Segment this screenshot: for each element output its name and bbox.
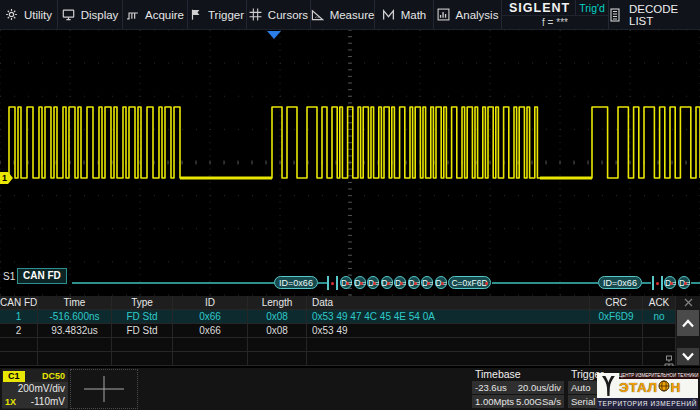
bus-id-bubble[interactable]: ID=0x66 bbox=[598, 276, 642, 289]
bus-source-label: S1 bbox=[3, 271, 15, 282]
bus-data-bubble[interactable]: D= bbox=[664, 276, 676, 289]
table-cell: CRC bbox=[590, 296, 643, 310]
bus-bubble-label: ID=0x66 bbox=[603, 278, 637, 288]
bus-idle-line bbox=[642, 282, 651, 284]
bus-data-bubble[interactable]: D= bbox=[394, 276, 406, 289]
truncated-data-dot bbox=[427, 282, 430, 285]
channel1-row-top: C1 DC50 bbox=[2, 369, 68, 382]
table-row[interactable] bbox=[0, 338, 676, 352]
table-cell: 2 bbox=[0, 324, 38, 338]
boundary-bar bbox=[336, 276, 338, 290]
menu-item-label: Utility bbox=[24, 9, 52, 21]
menu-item-math[interactable]: Math bbox=[375, 0, 434, 29]
acquire-icon bbox=[126, 8, 139, 21]
table-cell bbox=[307, 338, 590, 352]
bus-data-bubble[interactable]: D= bbox=[435, 276, 447, 289]
table-cell: 0x66 bbox=[173, 310, 248, 324]
table-cell bbox=[590, 338, 643, 352]
table-cell bbox=[590, 324, 643, 338]
menu-item-display[interactable]: Display bbox=[58, 0, 123, 29]
bus-data-bubble[interactable]: D= bbox=[340, 276, 352, 289]
truncated-data-dot bbox=[373, 282, 376, 285]
menu-item-measure[interactable]: Measure bbox=[311, 0, 375, 29]
table-header-row: CAN FDTimeTypeIDLengthDataCRCACK bbox=[0, 296, 676, 310]
scroll-up-button[interactable] bbox=[677, 310, 699, 336]
channel1-scale: 200mV/div bbox=[2, 382, 68, 395]
table-row[interactable] bbox=[0, 352, 676, 366]
table-row[interactable]: 293.4832usFD Std0x660x080x53 49 bbox=[0, 324, 676, 338]
close-icon[interactable] bbox=[676, 296, 700, 309]
table-cell: Length bbox=[248, 296, 307, 310]
table-cell: Type bbox=[112, 296, 173, 310]
watermark-right: ЦЕНТР ИЗМЕРИТЕЛЬНОЙ ТЕХНИКИ ЭТАЛН bbox=[619, 373, 699, 398]
truncated-data-dot bbox=[400, 282, 403, 285]
add-channel-box[interactable] bbox=[70, 369, 138, 409]
boundary-bar bbox=[661, 276, 663, 290]
menu-item-trigger[interactable]: Trigger bbox=[188, 0, 247, 29]
table-cell bbox=[643, 338, 676, 352]
decode-result-table[interactable]: CAN FDTimeTypeIDLengthDataCRCACK1-516.60… bbox=[0, 296, 676, 366]
menu-item-label: Cursors bbox=[268, 9, 308, 21]
bus-protocol-label[interactable]: CAN FD bbox=[17, 268, 67, 284]
bus-data-bubble[interactable]: C=0xF6D bbox=[448, 276, 491, 289]
truncated-data-dot bbox=[346, 282, 349, 285]
boundary-bar bbox=[652, 276, 654, 290]
menu-item-analysis[interactable]: Analysis bbox=[434, 0, 502, 29]
bus-data-bubble[interactable]: D= bbox=[381, 276, 393, 289]
table-scrollbar bbox=[676, 296, 700, 366]
gear-icon bbox=[5, 8, 18, 21]
channel1-descriptor[interactable]: C1 DC50 200mV/div 1X -110mV bbox=[2, 369, 68, 409]
timebase-samplerate: 5.00GSa/s bbox=[516, 395, 561, 408]
scroll-down-button[interactable] bbox=[677, 348, 699, 365]
trigger-flag-icon bbox=[190, 8, 202, 21]
menu-item-cursors[interactable]: Cursors bbox=[247, 0, 311, 29]
bus-data-bubble[interactable]: D= bbox=[354, 276, 366, 289]
table-cell: FD Std bbox=[112, 324, 173, 338]
bus-idle-line bbox=[492, 282, 598, 284]
table-cell bbox=[643, 324, 676, 338]
table-cell: -516.600ns bbox=[38, 310, 112, 324]
bus-data-bubble[interactable]: D= bbox=[421, 276, 433, 289]
cursors-icon bbox=[249, 8, 262, 21]
bus-id-bubble[interactable]: ID=0x66 bbox=[274, 276, 318, 289]
table-cell: 1 bbox=[0, 310, 38, 324]
menu-item-label: Measure bbox=[330, 9, 375, 21]
trigger-type-value: Serial bbox=[571, 395, 595, 408]
table-cell bbox=[590, 352, 643, 366]
math-icon bbox=[382, 8, 395, 21]
watermark-y-mark bbox=[597, 373, 619, 398]
bus-frame-boundary-mark bbox=[327, 276, 338, 290]
menu-item-label: Math bbox=[401, 9, 427, 21]
truncated-data-dot bbox=[670, 282, 673, 285]
boundary-bar bbox=[327, 276, 329, 290]
truncated-data-dot bbox=[441, 282, 444, 285]
menu-item-label: Analysis bbox=[456, 9, 499, 21]
watermark-main: ЦЕНТР ИЗМЕРИТЕЛЬНОЙ ТЕХНИКИ ЭТАЛН bbox=[597, 373, 698, 398]
bus-bubble-label: ID=0x66 bbox=[279, 278, 313, 288]
menu-item-label: Trigger bbox=[208, 9, 244, 21]
decode-list-label: DECODE LIST bbox=[629, 3, 700, 27]
analysis-icon bbox=[437, 8, 450, 21]
timebase-scale: 20.0us/div bbox=[518, 381, 561, 394]
error-dot bbox=[331, 282, 334, 285]
table-cell: Data bbox=[307, 296, 590, 310]
table-cell: 0x66 bbox=[173, 324, 248, 338]
channel1-offset-value: -110mV bbox=[31, 396, 65, 407]
table-cell: 0xF6D9 bbox=[590, 310, 643, 324]
timebase-panel[interactable]: Timebase -23.6us 20.0us/div 1.00Mpts 5.0… bbox=[472, 368, 564, 409]
timebase-row2: 1.00Mpts 5.00GSa/s bbox=[472, 395, 564, 408]
table-row[interactable]: 1-516.600nsFD Std0x660x080x53 49 47 4C 4… bbox=[0, 310, 676, 324]
menu-item-utility[interactable]: Utility bbox=[0, 0, 58, 29]
watermark-brand: ЭТАЛН bbox=[619, 379, 699, 397]
bus-data-bubble[interactable]: D= bbox=[367, 276, 379, 289]
truncated-data-dot bbox=[684, 282, 687, 285]
table-cell: Time bbox=[38, 296, 112, 310]
bus-idle-line bbox=[691, 282, 700, 284]
menu-item-acquire[interactable]: Acquire bbox=[123, 0, 188, 29]
network-device-icon bbox=[663, 354, 675, 372]
bus-data-bubble[interactable]: D= bbox=[678, 276, 690, 289]
decode-list-button[interactable]: DECODE LIST bbox=[609, 0, 700, 29]
bus-data-bubble[interactable]: D= bbox=[408, 276, 420, 289]
timebase-memory: 1.00Mpts bbox=[475, 395, 514, 408]
siglent-logo: SIGLENT bbox=[502, 0, 576, 15]
